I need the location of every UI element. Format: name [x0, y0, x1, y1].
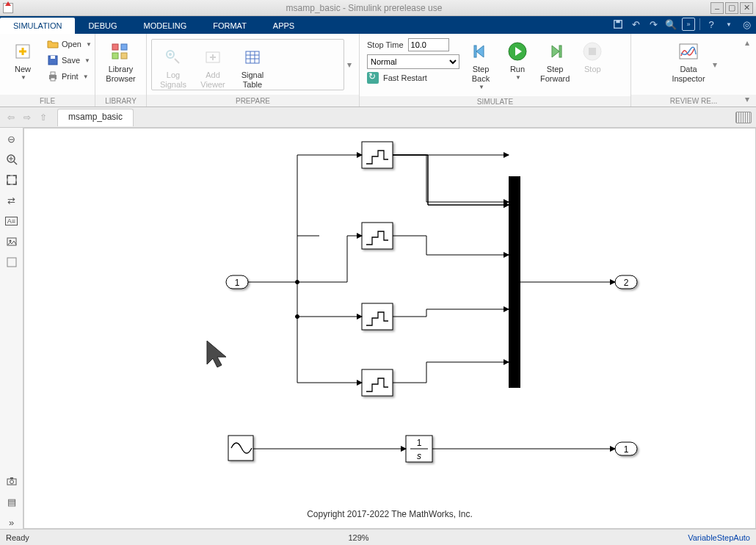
app-icon [3, 3, 13, 13]
maximize-button[interactable]: ▢ [725, 2, 738, 14]
step-forward-button[interactable]: Step Forward [536, 37, 574, 87]
svg-rect-11 [121, 44, 127, 50]
step-forward-icon [543, 40, 567, 63]
nav-back-icon[interactable]: ⇦ [4, 111, 18, 124]
add-viewer-button[interactable]: Add Viewer [195, 43, 231, 93]
signal-table-button[interactable]: Signal Table [234, 43, 271, 93]
annotation-icon[interactable]: A≡ [5, 214, 18, 228]
svg-point-15 [169, 53, 172, 56]
outport-block-bottom[interactable]: 1 [615, 442, 637, 455]
keyboard-icon[interactable] [735, 112, 752, 123]
screenshot-icon[interactable] [5, 474, 18, 488]
svg-rect-39 [10, 477, 13, 479]
save-button[interactable]: Save ▼ [44, 53, 95, 68]
hide-browser-icon[interactable]: ⊖ [5, 132, 18, 145]
status-left: Ready [6, 533, 29, 542]
target-icon[interactable]: ◎ [740, 18, 753, 31]
new-button[interactable]: New ▼ [4, 37, 41, 84]
fit-to-view-icon[interactable] [5, 173, 18, 187]
tab-format[interactable]: FORMAT [200, 18, 260, 34]
model-canvas[interactable]: 1 2 [23, 128, 756, 529]
redo-icon[interactable]: ↷ [647, 18, 660, 31]
nav-forward-icon[interactable]: ⇨ [21, 111, 34, 124]
svg-rect-8 [51, 72, 55, 75]
svg-rect-9 [51, 78, 55, 81]
stop-icon [581, 40, 604, 63]
copyright-text: Copyright 2017-2022 The MathWorks, Inc. [24, 509, 755, 519]
svg-rect-37 [7, 258, 16, 267]
inport-block[interactable]: 1 [226, 275, 248, 289]
group-label-file: FILE [0, 95, 95, 107]
quick-save-icon[interactable] [611, 18, 625, 31]
data-inspector-icon [677, 40, 700, 63]
zoh-block-3[interactable] [362, 303, 393, 330]
open-button[interactable]: Open ▼ [44, 37, 95, 51]
tab-modeling[interactable]: MODELING [131, 18, 200, 34]
close-button[interactable]: ✕ [740, 2, 753, 14]
toolstrip-tabs: SIMULATION DEBUG MODELING FORMAT APPS ↶ … [0, 16, 756, 34]
sample-time-icon[interactable]: ⇄ [5, 194, 18, 207]
sine-wave-block[interactable] [228, 436, 253, 461]
tab-apps[interactable]: APPS [260, 18, 308, 34]
area-icon[interactable] [5, 256, 18, 269]
svg-rect-24 [474, 46, 476, 57]
more-icon[interactable]: » [5, 516, 18, 529]
integrator-block[interactable]: 1 s [406, 436, 432, 462]
add-viewer-icon [201, 46, 225, 69]
group-label-prepare: PREPARE [147, 95, 359, 107]
svg-line-31 [14, 162, 17, 165]
canvas-palette: ⊖ ⇄ A≡ ▤ » [0, 128, 23, 529]
svg-rect-12 [112, 53, 118, 59]
status-solver[interactable]: VariableStepAuto [688, 533, 750, 542]
step-back-icon [469, 40, 493, 63]
zoom-in-icon[interactable] [5, 153, 18, 166]
zoh-block-1[interactable] [362, 142, 393, 168]
help-dropdown-icon[interactable]: ▼ [722, 18, 735, 31]
svg-point-36 [9, 240, 11, 242]
window-titlebar: msamp_basic - Simulink prerelease use – … [0, 0, 756, 16]
tab-simulation[interactable]: SIMULATION [0, 18, 75, 34]
svg-point-40 [10, 480, 13, 484]
svg-text:s: s [417, 451, 421, 461]
prepare-expand-icon[interactable]: ▾ [344, 59, 355, 70]
zoh-block-2[interactable] [362, 223, 393, 249]
stop-button[interactable]: Stop [574, 37, 611, 77]
log-signals-button[interactable]: Log Signals [155, 43, 192, 93]
status-bar: Ready 129% VariableStepAuto [0, 529, 756, 545]
print-button[interactable]: Print ▼ [44, 69, 95, 84]
stop-time-label: Stop Time [367, 40, 404, 49]
status-zoom[interactable]: 129% [29, 533, 688, 542]
library-browser-button[interactable]: Library Browser [101, 37, 139, 87]
step-back-button[interactable]: Step Back ▼ [462, 37, 499, 93]
library-icon [109, 40, 133, 63]
help-icon[interactable]: ? [705, 18, 718, 31]
image-icon[interactable] [5, 235, 18, 248]
svg-rect-1 [616, 21, 619, 24]
block-diagram: 1 2 [24, 129, 755, 525]
fast-restart-button[interactable]: Fast Restart [367, 72, 459, 84]
model-tab[interactable]: msamp_basic [57, 109, 134, 126]
outport-block-top[interactable]: 2 [615, 275, 637, 289]
nav-up-icon[interactable]: ⇧ [37, 111, 50, 124]
undo-icon[interactable]: ↶ [629, 18, 642, 31]
run-button[interactable]: Run ▼ [499, 37, 536, 84]
zoh-block-4[interactable] [362, 369, 393, 396]
viewmarks-icon[interactable]: ▤ [5, 495, 18, 508]
print-icon [47, 71, 59, 82]
svg-text:2: 2 [624, 278, 629, 288]
svg-rect-6 [51, 56, 55, 59]
search-icon[interactable]: 🔍 [664, 18, 677, 31]
simulation-mode-select[interactable]: Normal [367, 54, 459, 69]
toolstrip-expand-icon[interactable]: ▾ [741, 93, 753, 105]
shortcuts-icon[interactable]: » [682, 18, 695, 31]
svg-rect-49 [228, 436, 253, 461]
tab-debug[interactable]: DEBUG [75, 18, 130, 34]
review-expand-icon[interactable]: ▾ [710, 59, 720, 70]
toolstrip-collapse-icon[interactable]: ▴ [741, 37, 753, 48]
stop-time-input[interactable] [408, 38, 449, 51]
svg-rect-34 [7, 176, 16, 184]
mux-block[interactable] [509, 176, 520, 388]
data-inspector-button[interactable]: Data Inspector [667, 37, 709, 87]
svg-rect-10 [112, 44, 118, 50]
minimize-button[interactable]: – [710, 2, 724, 14]
